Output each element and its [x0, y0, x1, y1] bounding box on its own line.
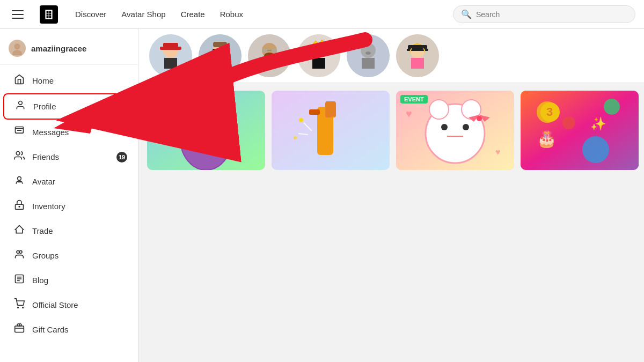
svg-rect-31 [160, 47, 181, 50]
event-badge: EVENT [400, 95, 428, 104]
sidebar: amaziingracee Home [0, 29, 138, 362]
svg-point-9 [19, 101, 23, 105]
username: amaziingracee [31, 44, 86, 53]
sidebar-item-trade[interactable]: Trade [3, 219, 135, 243]
svg-rect-2 [49, 11, 51, 13]
game-card-1[interactable] [147, 91, 265, 170]
friend-avatar-1[interactable] [149, 34, 192, 77]
svg-point-14 [18, 176, 21, 180]
svg-point-77 [429, 100, 449, 119]
friend-avatar-3[interactable] [248, 34, 291, 77]
profile-icon [14, 100, 27, 113]
sidebar-item-messages[interactable]: Messages [3, 120, 135, 144]
sidebar-item-groups[interactable]: Groups [3, 243, 135, 268]
svg-point-92 [562, 116, 575, 129]
main-layout: amaziingracee Home [0, 29, 644, 362]
sidebar-item-friends[interactable]: Friends 19 [3, 145, 135, 169]
groups-icon [13, 249, 26, 262]
svg-rect-54 [362, 58, 375, 69]
sidebar-label-official-store: Official Store [32, 300, 78, 309]
avatar-icon [13, 175, 26, 188]
svg-point-65 [202, 146, 210, 153]
nav-robux[interactable]: Robux [220, 10, 243, 19]
svg-point-25 [23, 307, 24, 308]
svg-point-52 [361, 43, 376, 58]
friend-avatar-4[interactable] [297, 34, 340, 77]
svg-rect-42 [262, 49, 267, 53]
svg-rect-6 [49, 16, 51, 18]
svg-point-80 [463, 124, 469, 130]
sidebar-item-official-store[interactable]: Official Store [3, 293, 135, 317]
friends-avatars-row [138, 29, 644, 83]
search-icon: 🔍 [461, 9, 472, 19]
svg-rect-50 [312, 58, 325, 69]
nav-discover[interactable]: Discover [75, 10, 106, 19]
official-store-icon [13, 298, 26, 312]
svg-text:✨: ✨ [590, 116, 606, 131]
svg-point-73 [294, 136, 297, 139]
svg-rect-30 [163, 43, 178, 47]
svg-point-17 [19, 206, 20, 208]
sidebar-label-avatar: Avatar [32, 177, 55, 186]
game-card-4[interactable]: 🎂 ✨ 3 [521, 91, 639, 170]
sidebar-label-home: Home [32, 76, 54, 85]
game-card-3[interactable]: ♥ ♥ EVENT [396, 91, 514, 170]
friends-icon [13, 150, 26, 164]
svg-rect-69 [309, 109, 320, 115]
sidebar-item-inventory[interactable]: Inventory [3, 194, 135, 218]
sidebar-item-profile[interactable]: Profile [3, 93, 135, 120]
svg-rect-59 [411, 58, 424, 69]
hamburger-line-3 [12, 18, 24, 19]
sidebar-label-messages: Messages [32, 128, 69, 137]
sidebar-item-home[interactable]: Home [3, 69, 135, 93]
svg-rect-15 [18, 181, 21, 182]
top-navigation: Discover Avatar Shop Create Robux 🔍 [0, 0, 644, 29]
friend-avatar-5[interactable] [347, 34, 390, 77]
svg-rect-37 [222, 49, 228, 53]
friend-avatar-6[interactable] [396, 34, 439, 77]
svg-point-8 [12, 50, 22, 55]
gift-cards-icon [13, 323, 26, 336]
games-grid: ♥ ♥ EVENT [147, 91, 635, 170]
hamburger-menu-button[interactable] [9, 5, 27, 24]
svg-point-63 [194, 124, 202, 132]
svg-rect-32 [164, 58, 177, 69]
svg-point-24 [18, 307, 19, 308]
search-input[interactable] [476, 10, 627, 19]
sidebar-item-gift-cards[interactable]: Gift Cards [3, 317, 135, 342]
svg-text:♥: ♥ [495, 147, 501, 157]
hamburger-line-1 [12, 10, 24, 11]
svg-point-72 [299, 118, 303, 122]
sidebar-label-trade: Trade [32, 226, 53, 235]
messages-icon [13, 125, 26, 139]
svg-point-13 [16, 152, 20, 156]
sidebar-item-blog[interactable]: Blog [3, 268, 135, 292]
user-profile-header[interactable]: amaziingracee [0, 33, 138, 65]
svg-text:🎂: 🎂 [537, 129, 557, 149]
svg-text:♥: ♥ [406, 108, 412, 120]
main-content: ♥ ♥ EVENT [138, 29, 644, 362]
svg-point-7 [14, 43, 20, 49]
svg-rect-0 [45, 10, 52, 19]
svg-point-19 [19, 250, 22, 253]
friend-avatar-2[interactable] [199, 34, 241, 77]
sidebar-label-blog: Blog [32, 276, 48, 285]
svg-text:3: 3 [546, 105, 553, 119]
svg-rect-26 [15, 326, 24, 333]
user-avatar [9, 40, 26, 57]
sidebar-item-avatar[interactable]: Avatar [3, 169, 135, 194]
sidebar-label-profile: Profile [33, 102, 56, 111]
game-card-2[interactable] [272, 91, 390, 170]
search-box[interactable]: 🔍 [453, 5, 635, 23]
svg-rect-43 [272, 49, 277, 53]
home-icon [13, 74, 26, 87]
hamburger-line-2 [12, 14, 24, 15]
nav-create[interactable]: Create [181, 10, 205, 19]
nav-avatar-shop[interactable]: Avatar Shop [121, 10, 165, 19]
svg-point-79 [441, 124, 448, 130]
nav-links: Discover Avatar Shop Create Robux [75, 10, 243, 19]
roblox-logo[interactable] [40, 5, 58, 24]
sidebar-label-gift-cards: Gift Cards [32, 325, 69, 334]
svg-point-84 [477, 116, 482, 121]
svg-point-89 [604, 99, 620, 115]
